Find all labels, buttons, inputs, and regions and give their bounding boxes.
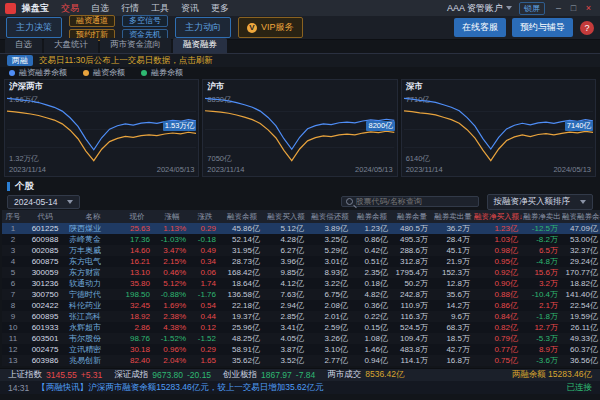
date-select[interactable]: 2024-05-14 <box>7 195 80 209</box>
legend-item-2: 融券余额 <box>141 67 183 78</box>
menu-item-4[interactable]: 资讯 <box>175 2 205 15</box>
table-row[interactable]: 4600875东方电气16.212.15%0.3428.73亿3.96亿3.01… <box>2 256 600 267</box>
table-cell: 15.6万 <box>522 267 562 278</box>
tab-1[interactable]: 大盘统计 <box>44 38 98 53</box>
table-cell: -3.6万 <box>522 355 562 366</box>
column-header-9[interactable]: 融券余额 <box>352 210 392 223</box>
index-item-0: 上证指数3145.55+5.31 <box>8 369 102 381</box>
chart-ymin: 7050亿 <box>207 154 231 164</box>
indices: 上证指数3145.55+5.31深证成指9673.80-20.15创业板指186… <box>8 369 404 381</box>
menu-item-2[interactable]: 行情 <box>115 2 145 15</box>
table-row[interactable]: 13603986兆易创新82.402.04%1.6535.62亿3.52亿2.7… <box>2 355 600 366</box>
table-cell: 3.52亿 <box>264 355 308 366</box>
lock-screen-button[interactable]: 锁屏 <box>519 2 545 15</box>
table-row[interactable]: 2600988赤峰黄金17.36-1.03%-0.1852.14亿4.28亿3.… <box>2 234 600 245</box>
table-row[interactable]: 12002475立讯精密30.180.96%0.2958.91亿3.87亿3.1… <box>2 344 600 355</box>
table-cell: 600988 <box>24 234 66 245</box>
table-cell: -1.03% <box>154 234 190 245</box>
tab-3[interactable]: 融资融券 <box>173 38 227 53</box>
column-header-6[interactable]: 融资余额 <box>220 210 264 223</box>
table-cell: 永辉超市 <box>66 322 120 333</box>
table-cell: 22.18亿 <box>220 300 264 311</box>
table-row[interactable]: 6301236软通动力35.805.12%1.7418.64亿4.12亿3.22… <box>2 278 600 289</box>
stack-button-0-0[interactable]: 融资通道 <box>69 15 115 27</box>
table-row[interactable]: 10601933永辉超市2.864.38%0.1225.96亿3.41亿2.59… <box>2 322 600 333</box>
table-row[interactable]: 8002422科伦药业32.451.69%0.5422.18亿2.94亿2.08… <box>2 300 600 311</box>
menu-item-1[interactable]: 自选 <box>85 2 115 15</box>
chart-plot[interactable]: 8830亿 7050亿 8200亿 <box>205 94 394 165</box>
table-cell: 25.96亿 <box>220 322 264 333</box>
table-cell: 0.29 <box>190 223 220 234</box>
table-cell: 603986 <box>24 355 66 366</box>
table-cell: 198.50 <box>120 289 154 300</box>
table-row[interactable]: 9600895张江高科18.922.38%0.4419.37亿2.85亿2.01… <box>2 311 600 322</box>
table-cell: 宁德时代 <box>66 289 120 300</box>
table-cell: 21.9万 <box>432 256 474 267</box>
table-cell: 3.2万 <box>522 278 562 289</box>
column-header-10[interactable]: 融券余量 <box>392 210 432 223</box>
menu-item-5[interactable]: 更多 <box>205 2 235 15</box>
table-row[interactable]: 3002085万丰奥威14.603.47%0.4931.95亿6.27亿5.29… <box>2 245 600 256</box>
section-title: 个股 <box>15 180 34 193</box>
close-icon[interactable]: × <box>582 3 595 13</box>
help-icon[interactable]: ? <box>580 21 594 35</box>
main-strategy-button[interactable]: 主力决策 <box>6 17 62 38</box>
table-cell: 5 <box>2 267 24 278</box>
account-label: AAA 资管账户 <box>447 2 503 15</box>
table-cell: 5.12亿 <box>264 223 308 234</box>
news-ticker[interactable]: 【两融快讯】沪深两市融资余额15283.46亿元，较上一交易日增加35.62亿元 <box>37 382 558 394</box>
maximize-icon[interactable]: □ <box>567 3 580 13</box>
column-header-12[interactable]: 融资净买入额↓ <box>474 210 522 223</box>
toolbar-right-button-0[interactable]: 在线客服 <box>454 18 506 37</box>
column-header-4[interactable]: 涨幅 <box>154 210 190 223</box>
table-cell: 116.3万 <box>392 311 432 322</box>
column-header-0[interactable]: 序号 <box>2 210 24 223</box>
stack-button-1-0[interactable]: 多空信号 <box>122 15 168 27</box>
column-header-5[interactable]: 涨跌 <box>190 210 220 223</box>
menu-item-0[interactable]: 交易 <box>55 2 85 15</box>
table-cell: 0.46% <box>154 267 190 278</box>
table-cell: 35.6万 <box>432 289 474 300</box>
column-header-11[interactable]: 融券卖出量 <box>432 210 474 223</box>
refresh-notice[interactable]: 交易日11:30后公布上一交易日数据，点击刷新 <box>39 55 213 67</box>
table-cell: 3.10亿 <box>308 344 352 355</box>
table-cell: 东方财富 <box>66 267 120 278</box>
column-header-2[interactable]: 名称 <box>66 210 120 223</box>
table-cell: 82.40 <box>120 355 154 366</box>
table-cell: 1.23亿 <box>474 223 522 234</box>
table-row[interactable]: 5300059东方财富13.100.46%0.06168.42亿9.85亿8.9… <box>2 267 600 278</box>
column-header-8[interactable]: 融资偿还额 <box>308 210 352 223</box>
table-cell: 5.29亿 <box>308 245 352 256</box>
table-row[interactable]: 7300750宁德时代198.50-0.88%-1.76136.58亿7.63亿… <box>2 289 600 300</box>
chart-legend: 融资融券余额融资余额融券余额 <box>0 67 600 78</box>
vip-service-button[interactable]: V VIP服务 <box>238 17 303 38</box>
search-input[interactable] <box>356 197 474 206</box>
stocks-table-wrap: 序号代码名称现价涨幅涨跌融资余额融资买入额融资偿还额融券余额融券余量融券卖出量融… <box>0 210 600 368</box>
main-flow-button[interactable]: 主力动向 <box>175 17 231 38</box>
table-cell: 19.37亿 <box>220 311 264 322</box>
chart-plot[interactable]: 1.66万亿 1.32万亿 1.53万亿 <box>7 94 196 165</box>
toolbar-right-button-1[interactable]: 预约与辅导 <box>512 18 573 37</box>
sort-select[interactable]: 按融资净买入额排序 <box>487 194 594 210</box>
table-cell: 300750 <box>24 289 66 300</box>
minimize-icon[interactable]: – <box>552 3 565 13</box>
column-header-3[interactable]: 现价 <box>120 210 154 223</box>
column-header-13[interactable]: 融券净卖出 <box>522 210 562 223</box>
table-cell: 98.76 <box>120 333 154 344</box>
chart-title: 深市 <box>406 81 423 93</box>
column-header-1[interactable]: 代码 <box>24 210 66 223</box>
legend-label: 融券余额 <box>151 67 183 78</box>
table-row[interactable]: 1601225陕西煤业25.631.13%0.2945.86亿5.12亿3.89… <box>2 223 600 234</box>
column-header-14[interactable]: 融资融券余额 <box>562 210 600 223</box>
tab-0[interactable]: 自选 <box>5 38 42 53</box>
chart-plot[interactable]: 7710亿 6140亿 7140亿 <box>404 94 593 165</box>
account-selector[interactable]: AAA 资管账户 <box>447 2 512 15</box>
tab-2[interactable]: 两市资金流向 <box>100 38 171 53</box>
table-cell: 110.9万 <box>392 300 432 311</box>
table-cell: 1.13% <box>154 223 190 234</box>
menu-item-3[interactable]: 工具 <box>145 2 175 15</box>
chart-line <box>404 111 593 161</box>
chart-panel-sh: 沪市 8830亿 7050亿 8200亿 2023/11/14 2024/05/… <box>202 79 397 177</box>
table-row[interactable]: 11603501韦尔股份98.76-1.52%-1.5248.25亿4.05亿3… <box>2 333 600 344</box>
column-header-7[interactable]: 融资买入额 <box>264 210 308 223</box>
